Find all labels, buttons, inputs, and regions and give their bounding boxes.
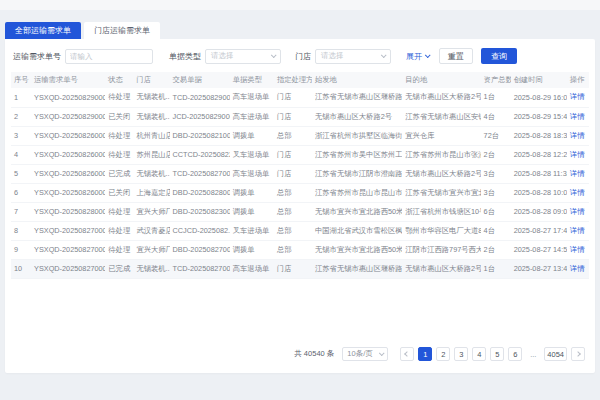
table-row[interactable]: 4YSXQD-202508260004待处理苏州昆山店CCTCD-2025082… [11, 145, 589, 164]
cell-order_no: YSXQD-202508260004 [31, 145, 105, 164]
detail-link[interactable]: 详情 [570, 188, 585, 197]
cell-status: 待处理 [105, 240, 133, 259]
cell-trade_no: DBD-202508230001 [170, 202, 230, 221]
reset-button[interactable]: 重置 [439, 48, 473, 64]
page-button[interactable]: 4 [472, 347, 486, 361]
table-row[interactable]: 7YSXQD-202508280001待处理宜兴大师厂DBD-202508230… [11, 202, 589, 221]
cell-status: 待处理 [105, 126, 133, 145]
cell-status: 待处理 [105, 145, 133, 164]
cell-asset_count: 2台 [481, 240, 511, 259]
cell-status: 待处理 [105, 88, 133, 107]
cell-handler: 总部 [274, 240, 312, 259]
cell-status: 已完成 [105, 164, 133, 183]
cell-created_at: 2025-08-27 13:49:56 [511, 259, 567, 278]
cell-handler: 总部 [274, 183, 312, 202]
prev-page-button[interactable] [400, 347, 414, 361]
table-row[interactable]: 3YSXQD-202508260005待处理杭州青山店DBD-202508210… [11, 126, 589, 145]
cell-order_no: YSXQD-202508260002 [31, 183, 105, 202]
page-button[interactable]: 6 [508, 347, 522, 361]
cell-destination: 无锡市惠山区大桥路2号 [402, 259, 480, 278]
cell-handler: 门店 [274, 145, 312, 164]
table-row[interactable]: 5YSXQD-202508260003已完成无锡装机...TCD-2025082… [11, 164, 589, 183]
page-button[interactable]: 3 [454, 347, 468, 361]
cell-created_at: 2025-08-28 09:08:44 [511, 202, 567, 221]
cell-seq: 9 [11, 240, 31, 259]
detail-link[interactable]: 详情 [570, 150, 585, 159]
tab-all-orders[interactable]: 全部运输需求单 [5, 22, 81, 39]
cell-status: 待处理 [105, 221, 133, 240]
cell-asset_count: 1台 [481, 88, 511, 107]
detail-link[interactable]: 详情 [570, 112, 585, 121]
detail-link[interactable]: 详情 [570, 207, 585, 216]
doc-type-select[interactable]: 请选择 [205, 49, 281, 64]
page-size-value: 10条/页 [347, 349, 372, 359]
cell-seq: 5 [11, 164, 31, 183]
cell-handler: 门店 [274, 88, 312, 107]
cell-trade_no: CCJCD-2025082... [170, 221, 230, 240]
cell-destination: 鄂州市华容区电厂大道8号亿... [402, 221, 480, 240]
filter-bar: 运输需求单号 单据类型 请选择 门店 请选择 展开 重置 查询 [5, 39, 595, 70]
cell-handler: 门店 [274, 259, 312, 278]
detail-link[interactable]: 详情 [570, 226, 585, 235]
tab-store-orders[interactable]: 门店运输需求单 [84, 22, 160, 39]
cell-created_at: 2025-08-28 12:22:13 [511, 145, 567, 164]
detail-link[interactable]: 详情 [570, 92, 585, 101]
cell-created_at: 2025-08-29 16:08:07 [511, 88, 567, 107]
cell-order_no: YSXQD-202508280001 [31, 202, 105, 221]
table-row[interactable]: 6YSXQD-202508260002已关闭上海嘉定店DBD-202508280… [11, 183, 589, 202]
next-page-button[interactable] [571, 347, 585, 361]
cell-order_no: YSXQD-202508290001 [31, 107, 105, 126]
page-button[interactable]: 1 [418, 347, 432, 361]
detail-link[interactable]: 详情 [570, 245, 585, 254]
cell-destination: 浙江省杭州市钱塘区10号大... [402, 202, 480, 221]
cell-asset_count: 4台 [481, 107, 511, 126]
page-list: 123456...4054 [418, 347, 567, 361]
orders-table: 序号运输需求单号状态门店交易单据单据类型指定处理方始发地目的地资产总数创建时间操… [11, 72, 589, 279]
column-header: 目的地 [402, 72, 480, 88]
column-header: 交易单据 [170, 72, 230, 88]
tab-bar: 全部运输需求单门店运输需求单 [0, 10, 600, 39]
cell-doc_type: 高车进场单 [230, 107, 274, 126]
order-no-label: 运输需求单号 [13, 51, 61, 62]
detail-link[interactable]: 详情 [570, 131, 585, 140]
cell-order_no: YSXQD-202508270006 [31, 240, 105, 259]
cell-doc_type: 调拨单 [230, 240, 274, 259]
cell-status: 已完成 [105, 259, 133, 278]
search-button[interactable]: 查询 [481, 48, 517, 64]
expand-toggle[interactable]: 展开 [406, 51, 429, 62]
cell-trade_no: DBD-202508270003 [170, 240, 230, 259]
doc-type-label: 单据类型 [169, 51, 201, 62]
detail-link[interactable]: 详情 [570, 264, 585, 273]
cell-trade_no: CCTCD-20250822... [170, 145, 230, 164]
cell-trade_no: TCD-202508270001 [170, 259, 230, 278]
cell-store: 无锡装机... [133, 88, 169, 107]
table-row[interactable]: 1YSXQD-202508290002待处理无锡装机...TCD-2025082… [11, 88, 589, 107]
page-button[interactable]: 5 [490, 347, 504, 361]
order-no-input[interactable] [65, 49, 153, 64]
cell-store: 无锡装机... [133, 259, 169, 278]
cell-origin: 无锡市惠山区大桥路2号 [312, 107, 402, 126]
column-header: 资产总数 [481, 72, 511, 88]
cell-asset_count: 6台 [481, 202, 511, 221]
cell-destination: 江苏省苏州市昆山市张浦镇... [402, 145, 480, 164]
cell-created_at: 2025-08-27 14:58:20 [511, 240, 567, 259]
cell-handler: 总部 [274, 126, 312, 145]
table-row[interactable]: 8YSXQD-202508270007待处理武汉青菱店CCJCD-2025082… [11, 221, 589, 240]
cell-seq: 1 [11, 88, 31, 107]
store-select[interactable]: 请选择 [315, 49, 391, 64]
cell-origin: 江苏省无锡市惠山区堰桥路... [312, 259, 402, 278]
cell-order_no: YSXQD-202508260005 [31, 126, 105, 145]
cell-asset_count: 3台 [481, 164, 511, 183]
table-row[interactable]: 10YSXQD-202508270005已完成无锡装机...TCD-202508… [11, 259, 589, 278]
chevron-right-icon [575, 351, 581, 357]
cell-created_at: 2025-08-28 11:32:29 [511, 164, 567, 183]
detail-link[interactable]: 详情 [570, 169, 585, 178]
page-button[interactable]: 4054 [544, 347, 567, 361]
page-button[interactable]: 2 [436, 347, 450, 361]
page-size-select[interactable]: 10条/页 [342, 347, 388, 361]
page-ellipsis[interactable]: ... [526, 347, 540, 361]
column-header: 状态 [105, 72, 133, 88]
cell-store: 杭州青山店 [133, 126, 169, 145]
table-row[interactable]: 2YSXQD-202508290001已关闭无锡装机...JCD-2025082… [11, 107, 589, 126]
table-row[interactable]: 9YSXQD-202508270006待处理宜兴大师厂DBD-202508270… [11, 240, 589, 259]
